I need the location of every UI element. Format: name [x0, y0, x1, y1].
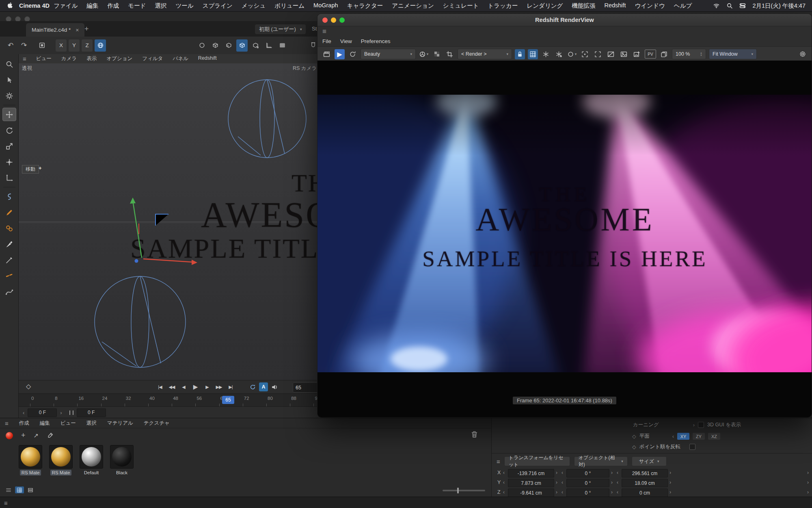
eyedropper-icon[interactable] — [47, 432, 54, 439]
start-ipr-button[interactable]: ▶ — [335, 49, 345, 59]
live-selection-tool-icon[interactable] — [2, 73, 16, 87]
menubar-item[interactable]: トラッカー — [488, 2, 518, 10]
pass-dropdown[interactable]: Beauty▾ — [361, 49, 416, 59]
stepper-left[interactable]: ‹ — [503, 470, 505, 475]
axis-modify-tool-icon[interactable] — [2, 171, 16, 185]
menubar-item[interactable]: アニメーション — [392, 2, 434, 10]
close-window-button[interactable] — [322, 17, 328, 23]
menubar-item[interactable]: 作成 — [107, 2, 119, 10]
swatch-icon[interactable] — [276, 39, 288, 52]
autokey-button[interactable]: A — [259, 382, 268, 391]
size-field[interactable]: 18.09 cm — [622, 479, 668, 487]
menubar-item[interactable]: ボリューム — [274, 2, 304, 10]
material-menu-item[interactable]: ビュー — [60, 420, 76, 427]
stepper-left[interactable]: ‹ — [561, 480, 563, 485]
camera-label[interactable]: RS カメラ — [293, 65, 317, 72]
stepper-right[interactable]: › — [669, 480, 671, 485]
renderview-menu-item[interactable]: View — [340, 38, 352, 44]
renderview-menu-item[interactable]: File — [322, 38, 331, 44]
viewport-menu-icon[interactable]: ≡ — [23, 55, 26, 62]
end-frame-field[interactable]: 0 F — [77, 408, 106, 417]
scale-tool-icon[interactable] — [2, 139, 16, 153]
workplane-mode-icon[interactable] — [236, 39, 248, 52]
goto-end-button[interactable]: ▶| — [225, 382, 236, 392]
active-app-name[interactable]: Cinema 4D — [19, 2, 50, 9]
material-thumbnail[interactable] — [80, 445, 103, 469]
renderview-settings-gear-icon[interactable] — [797, 49, 808, 59]
stepper-right[interactable]: › — [556, 470, 557, 475]
z-axis-lock-button[interactable]: Z — [82, 39, 93, 52]
play-button[interactable]: ▶ — [190, 382, 201, 392]
position-field[interactable]: -139.716 cm — [508, 469, 554, 478]
viewport-menu-item[interactable]: Redshift — [198, 55, 217, 62]
renderview-titlebar[interactable]: Redshift RenderView — [317, 14, 812, 26]
add-snapshot-icon[interactable] — [632, 49, 642, 59]
spline-smooth-icon[interactable] — [2, 285, 16, 298]
plane-xy-button[interactable]: XY — [677, 433, 689, 440]
new-material-icon[interactable] — [6, 432, 13, 439]
timeline-playhead[interactable]: 65 — [222, 396, 234, 404]
renderview-menu-item[interactable]: Preferences — [361, 38, 391, 44]
menubar-item[interactable]: メッシュ — [242, 2, 266, 10]
increment-arrow[interactable]: › — [60, 410, 62, 416]
rotation-field[interactable]: 0 ° — [566, 479, 609, 487]
grid-view-icon[interactable] — [15, 486, 24, 493]
material-menu-item[interactable]: 選択 — [86, 420, 97, 427]
row-scroll-arrow[interactable]: › — [807, 480, 809, 485]
view-type-label[interactable]: 透視 — [22, 65, 32, 72]
stepper-right[interactable]: › — [556, 489, 557, 495]
viewport-menu-item[interactable]: パネル — [173, 55, 188, 62]
viewport-menu-item[interactable]: オプション — [106, 55, 132, 62]
fit-mode-dropdown[interactable]: Fit Window▾ — [709, 49, 757, 59]
coordinate-menu-icon[interactable]: ≡ — [497, 458, 500, 465]
viewport-menu-item[interactable]: カメラ — [61, 55, 77, 62]
sound-toggle-icon[interactable] — [269, 382, 280, 392]
size-field[interactable]: 296.561 cm — [622, 469, 668, 478]
slider-handle[interactable] — [457, 488, 459, 493]
move-tool-icon[interactable] — [2, 108, 16, 121]
plane-zy-button[interactable]: ZY — [693, 433, 705, 440]
start-frame-field[interactable]: 0 F — [28, 408, 57, 417]
zoom-window-button[interactable] — [339, 17, 345, 23]
stepper-right[interactable]: › — [669, 470, 671, 475]
stepper-left[interactable]: ‹ — [617, 480, 618, 485]
stepper-left[interactable]: ‹ — [617, 470, 618, 475]
x-axis-lock-button[interactable]: X — [56, 39, 67, 52]
compare-wipe-icon[interactable] — [606, 49, 616, 59]
stepper-right[interactable]: › — [611, 470, 613, 475]
material-item[interactable]: Default — [80, 445, 103, 475]
stepper-left[interactable]: ‹ — [617, 489, 618, 495]
crop-region-icon[interactable] — [445, 49, 455, 59]
size-field[interactable]: 0 cm — [622, 488, 668, 497]
disclosure-arrow-icon[interactable]: › — [693, 422, 695, 428]
move-gizmo[interactable] — [130, 198, 197, 265]
status-menu-icon[interactable]: ≡ — [4, 499, 8, 506]
menubar-item[interactable]: 編集 — [86, 2, 98, 10]
transform-tool-icon[interactable] — [2, 155, 16, 169]
material-menu-item[interactable]: 作成 — [19, 420, 29, 427]
minimize-window-button[interactable] — [331, 17, 336, 23]
cube-primitive-icon[interactable] — [209, 39, 221, 52]
loop-playback-icon[interactable] — [247, 382, 258, 392]
tool-settings-gear-icon[interactable] — [2, 89, 16, 102]
thumbnail-size-slider[interactable] — [443, 490, 485, 491]
tab-close-icon[interactable]: × — [76, 27, 79, 33]
render-clapper-icon[interactable] — [322, 49, 332, 59]
add-icon[interactable]: + — [21, 431, 26, 440]
menubar-item[interactable]: ファイル — [54, 2, 78, 10]
stepper-right[interactable]: › — [669, 489, 671, 495]
position-field[interactable]: -9.641 cm — [508, 488, 554, 497]
menubar-item[interactable]: スプライン — [203, 2, 233, 10]
snapshot-freeze-icon[interactable] — [541, 49, 551, 59]
coordinate-system-icon[interactable] — [95, 39, 106, 52]
viewport-menu-item[interactable]: ビュー — [36, 55, 52, 62]
bucket-grid-icon[interactable] — [528, 49, 538, 59]
control-center-icon[interactable] — [739, 2, 746, 9]
size-mode-dropdown[interactable]: サイズ▾ — [632, 456, 667, 466]
stepper-left[interactable]: ‹ — [503, 489, 505, 495]
menubar-item[interactable]: 選択 — [155, 2, 167, 10]
brush-tool-icon[interactable] — [2, 237, 16, 251]
layout-switcher[interactable]: 初期 (ユーザー) ▾ — [255, 24, 306, 34]
redo-icon[interactable]: ↷ — [18, 39, 30, 52]
menubar-item[interactable]: シミュレート — [443, 2, 479, 10]
